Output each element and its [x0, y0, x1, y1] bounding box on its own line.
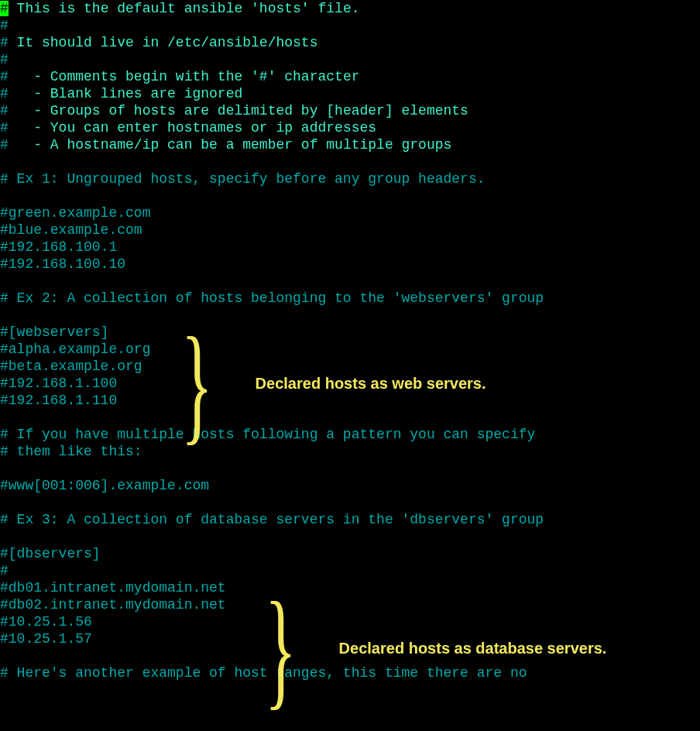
code-line: #[webservers] [0, 324, 700, 341]
code-line: #green.example.com [0, 204, 700, 221]
code-line [0, 528, 700, 545]
code-line: # If you have multiple hosts following a… [0, 426, 700, 443]
code-line: #db01.intranet.mydomain.net [0, 579, 700, 596]
annotation-webservers: } Declared hosts as web servers. [181, 341, 486, 427]
code-line: #[dbservers] [0, 545, 700, 562]
code-line [0, 187, 700, 204]
code-line: # - Comments begin with the '#' characte… [0, 68, 700, 85]
code-line: # This is the default ansible 'hosts' fi… [0, 0, 700, 17]
annotation-dbservers: } Declared hosts as database servers. [265, 606, 606, 692]
annotation-dbservers-text: Declared hosts as database servers. [339, 640, 607, 657]
brace-icon: } [265, 606, 297, 692]
code-line: # - You can enter hostnames or ip addres… [0, 119, 700, 136]
code-line: #192.168.100.1 [0, 239, 700, 256]
code-line: # them like this: [0, 443, 700, 460]
code-line: # Ex 3: A collection of database servers… [0, 511, 700, 528]
code-line: # - Blank lines are ignored [0, 85, 700, 102]
code-line: # It should live in /etc/ansible/hosts [0, 34, 700, 51]
code-line: #blue.example.com [0, 221, 700, 239]
code-line [0, 494, 700, 511]
code-line: # [0, 51, 700, 68]
code-line [0, 273, 700, 290]
brace-icon: } [181, 341, 213, 427]
code-line: # [0, 17, 700, 34]
code-line: # - Groups of hosts are delimited by [he… [0, 102, 700, 119]
code-line: # Ex 1: Ungrouped hosts, specify before … [0, 170, 700, 187]
code-line [0, 307, 700, 324]
code-line: #192.168.100.10 [0, 256, 700, 273]
code-line: #www[001:006].example.com [0, 477, 700, 494]
code-line [0, 153, 700, 170]
code-line [0, 460, 700, 477]
cursor: # [0, 1, 9, 16]
code-line: # Ex 2: A collection of hosts belonging … [0, 290, 700, 307]
annotation-webservers-text: Declared hosts as web servers. [256, 375, 486, 392]
code-line: # - A hostname/ip can be a member of mul… [0, 136, 700, 153]
code-line: # [0, 562, 700, 579]
